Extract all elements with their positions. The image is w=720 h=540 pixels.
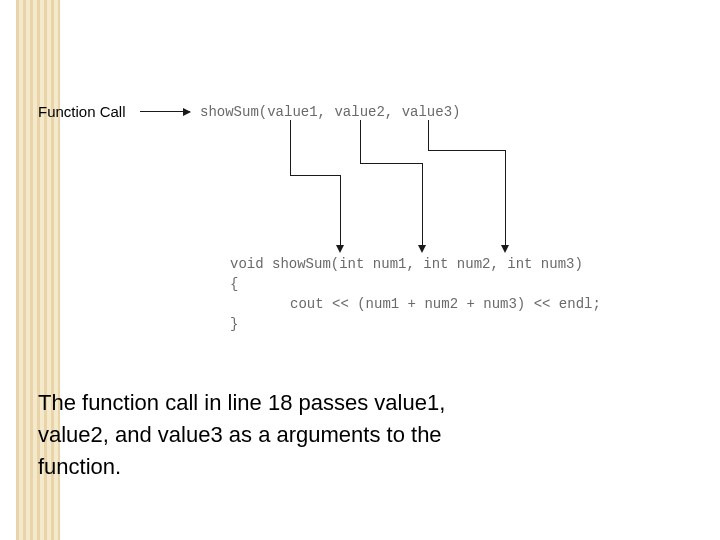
explanation-line-3: function. (38, 452, 121, 483)
code-def-close-brace: } (230, 316, 238, 332)
arrowhead-to-num2 (418, 245, 426, 253)
arrowhead-to-num3 (501, 245, 509, 253)
explanation-line-1: The function call in line 18 passes valu… (38, 388, 445, 419)
map-line-v2a (360, 120, 361, 163)
map-line-v1a (290, 120, 291, 175)
map-line-v3b (505, 150, 506, 245)
map-line-h3 (428, 150, 505, 151)
code-def-body: cout << (num1 + num2 + num3) << endl; (290, 296, 601, 312)
code-function-call: showSum(value1, value2, value3) (200, 104, 460, 120)
code-def-open-brace: { (230, 276, 238, 292)
code-def-signature: void showSum(int num1, int num2, int num… (230, 256, 583, 272)
arrowhead-to-num1 (336, 245, 344, 253)
map-line-v2b (422, 163, 423, 245)
map-line-h2 (360, 163, 422, 164)
explanation-line-2: value2, and value3 as a arguments to the (38, 420, 442, 451)
map-line-h1 (290, 175, 340, 176)
function-call-label: Function Call (38, 103, 126, 120)
arrow-label-to-call (140, 111, 190, 112)
map-line-v1b (340, 175, 341, 245)
map-line-v3a (428, 120, 429, 150)
